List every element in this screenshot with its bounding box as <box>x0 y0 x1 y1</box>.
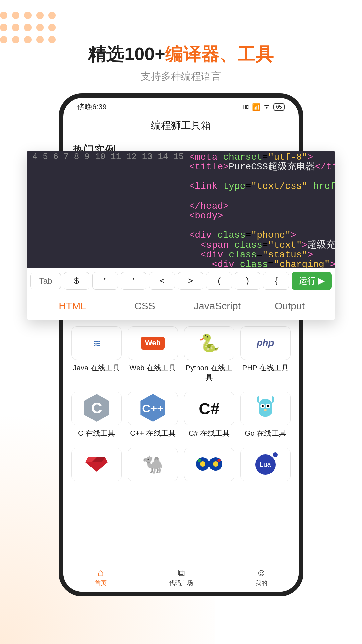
tool-web[interactable]: Web Web 在线工具 <box>128 326 178 382</box>
svg-point-8 <box>267 405 269 407</box>
play-icon: ▶ <box>318 276 325 286</box>
ruby-icon <box>85 455 108 474</box>
svg-rect-10 <box>257 396 259 402</box>
svg-point-20 <box>217 459 221 462</box>
code-area[interactable]: 4 5 6 7 8 9 10 11 12 13 14 15 <meta char… <box>27 151 335 268</box>
wifi-icon <box>263 103 270 111</box>
battery-icon: 65 <box>273 103 285 111</box>
tool-c[interactable]: C C 在线工具 <box>71 392 122 438</box>
code-plaza-icon: ⧉ <box>169 568 193 578</box>
status-time: 傍晚6:39 <box>77 102 107 112</box>
key-"[interactable]: " <box>92 272 118 290</box>
c-icon: C <box>84 394 109 423</box>
headline-pre: 精选100+ <box>88 44 165 64</box>
run-button[interactable]: 运行 ▶ <box>292 272 332 290</box>
svg-point-17 <box>200 461 205 467</box>
tool-lua[interactable]: Lua <box>240 448 291 481</box>
user-icon: ☺ <box>255 568 267 578</box>
nav-me[interactable]: ☺ 我的 <box>255 568 267 587</box>
headline: 精选100+编译器、工具 <box>0 42 362 66</box>
tab-javascript[interactable]: JavaScript <box>181 300 253 312</box>
key-'[interactable]: ' <box>121 272 146 290</box>
editor-tabs: HTML CSS JavaScript Output <box>27 293 335 320</box>
headline-accent: 编译器、工具 <box>165 44 274 64</box>
tab-output[interactable]: Output <box>253 300 326 312</box>
key-<[interactable]: < <box>149 272 175 290</box>
key-tab[interactable]: Tab <box>30 273 61 289</box>
tool-go[interactable]: Go 在线工具 <box>240 392 291 438</box>
svg-point-18 <box>213 461 218 467</box>
cpp-icon: C++ <box>140 394 165 423</box>
decorative-dots <box>0 12 56 43</box>
tool-python[interactable]: 🐍 Python 在线工具 <box>184 326 234 382</box>
tool-java[interactable]: ≋ Java 在线工具 <box>71 326 122 382</box>
key-([interactable]: ( <box>206 272 232 290</box>
tool-ruby[interactable] <box>71 448 122 481</box>
phone-statusbar: 傍晚6:39 HD 📶 65 <box>63 98 299 113</box>
web-icon: Web <box>141 337 165 350</box>
svg-point-19 <box>198 459 201 462</box>
tool-raku[interactable] <box>184 448 234 481</box>
tab-css[interactable]: CSS <box>109 300 181 312</box>
csharp-icon: C# <box>199 399 219 418</box>
lua-icon: Lua <box>255 454 276 475</box>
php-icon: php <box>257 338 274 348</box>
signal-icon: 📶 <box>252 103 260 111</box>
page-title: 编程狮工具箱 <box>63 119 299 132</box>
svg-text:C: C <box>91 399 102 417</box>
nav-home[interactable]: ⌂ 首页 <box>95 568 107 587</box>
svg-text:C++: C++ <box>142 402 164 415</box>
tools-row-1: ≋ Java 在线工具 Web Web 在线工具 🐍 Python 在线工具 p… <box>63 326 299 382</box>
nav-plaza[interactable]: ⧉ 代码广场 <box>169 568 193 587</box>
key-$[interactable]: $ <box>64 272 89 290</box>
go-icon <box>255 394 276 423</box>
symbol-keyboard-row: Tab$"'<>(){运行 ▶ <box>27 268 335 293</box>
tab-html[interactable]: HTML <box>36 300 109 312</box>
code-content[interactable]: <meta charset="utf-8"> <title>PureCSS超级充… <box>187 151 335 268</box>
tools-row-2: C C 在线工具 C++ C++ 在线工具 C# C# 在线工具 <box>63 392 299 438</box>
tool-perl[interactable]: 🐪 <box>128 448 178 481</box>
tool-cpp[interactable]: C++ C++ 在线工具 <box>128 392 178 438</box>
tool-csharp[interactable]: C# C# 在线工具 <box>184 392 234 438</box>
svg-rect-4 <box>259 399 272 417</box>
tools-row-3: 🐪 Lua <box>63 448 299 481</box>
python-icon: 🐍 <box>199 333 220 353</box>
tool-php[interactable]: php PHP 在线工具 <box>240 326 291 382</box>
subhead: 支持多种编程语言 <box>0 70 362 84</box>
perl-icon: 🐪 <box>142 455 163 474</box>
bottom-nav: ⌂ 首页 ⧉ 代码广场 ☺ 我的 <box>63 564 299 592</box>
key->[interactable]: > <box>178 272 203 290</box>
key-)[interactable]: ) <box>235 272 260 290</box>
home-icon: ⌂ <box>95 568 107 578</box>
raku-icon <box>195 455 224 474</box>
signal-hd-icon: HD <box>243 104 249 110</box>
key-{[interactable]: { <box>263 272 289 290</box>
line-gutter: 4 5 6 7 8 9 10 11 12 13 14 15 <box>27 151 187 268</box>
code-editor-card: 4 5 6 7 8 9 10 11 12 13 14 15 <meta char… <box>27 151 335 320</box>
svg-point-7 <box>262 405 264 407</box>
java-icon: ≋ <box>93 337 100 349</box>
svg-rect-11 <box>272 396 274 402</box>
svg-point-9 <box>264 409 267 411</box>
